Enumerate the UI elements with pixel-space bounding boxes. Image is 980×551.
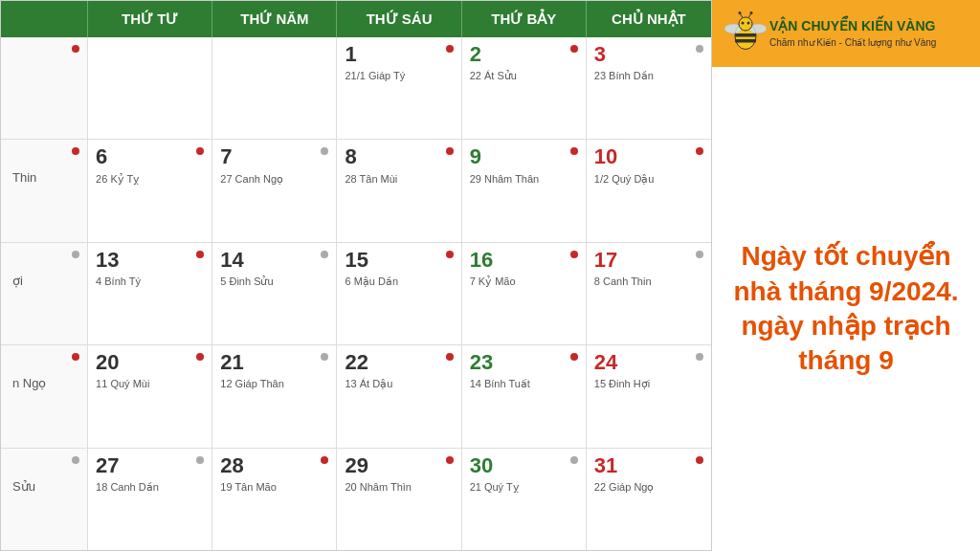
- calendar: THỨ TƯ THỨ NĂM THỨ SÁU THỨ BẢY CHỦ NHẬT …: [0, 0, 712, 551]
- dot-icon: [72, 456, 79, 464]
- cal-cell-r0-c5: 323 Bính Dần: [587, 37, 711, 139]
- cal-cell-r3-c5: 2415 Đinh Hợi: [587, 345, 711, 447]
- cal-cell-r4-c4: 3021 Quý Tỵ: [462, 449, 587, 550]
- day-number: 23: [470, 351, 578, 374]
- dot-icon: [570, 456, 578, 464]
- col-header-thu-tu: THỨ TƯ: [88, 1, 212, 37]
- day-number: 8: [345, 145, 453, 168]
- promo-section: Ngày tốt chuyển nhà tháng 9/2024. ngày n…: [712, 67, 980, 551]
- lunar-date: 23 Bính Dần: [594, 70, 703, 82]
- cal-cell-r3-c4: 2314 Bính Tuất: [462, 345, 587, 447]
- lunar-date: 4 Bính Tý: [96, 276, 204, 287]
- day-number: 20: [96, 351, 204, 374]
- svg-rect-3: [735, 39, 756, 43]
- cal-cell-r1-c0: Thin: [1, 140, 88, 241]
- cal-cell-r3-c0: n Ngọ: [1, 345, 88, 447]
- cal-cell-r1-c5: 101/2 Quý Dậu: [587, 140, 711, 241]
- dot-icon: [72, 147, 79, 155]
- cal-cell-r2-c3: 156 Mậu Dần: [337, 243, 461, 344]
- day-number: 7: [220, 145, 328, 168]
- cal-cell-r4-c0: Sửu: [1, 449, 88, 550]
- lunar-date: 15 Đinh Hợi: [594, 378, 703, 390]
- cal-cell-r1-c1: 626 Kỷ Tỵ: [88, 140, 212, 241]
- cal-cell-r3-c2: 2112 Giáp Thân: [212, 345, 337, 447]
- partial-text: Thin: [9, 165, 79, 190]
- cal-row-0: 121/1 Giáp Tý222 Át Sửu323 Bính Dần: [1, 37, 711, 140]
- day-number: 27: [96, 454, 204, 477]
- cal-cell-r1-c3: 828 Tân Mùi: [337, 140, 461, 241]
- day-number: 24: [594, 351, 703, 374]
- lunar-date: 1/2 Quý Dậu: [594, 173, 703, 186]
- dot-icon: [696, 251, 703, 258]
- day-number: 28: [220, 454, 328, 477]
- lunar-date: 18 Canh Dần: [96, 481, 204, 494]
- cal-cell-r0-c1: [88, 37, 212, 139]
- lunar-date: 26 Kỷ Tỵ: [96, 173, 204, 186]
- bee-logo-icon: [722, 10, 769, 57]
- day-number: 31: [594, 454, 703, 477]
- cal-row-4: Sửu2718 Canh Dần2819 Tân Mão2920 Nhâm Th…: [1, 449, 711, 550]
- day-number: 17: [594, 249, 703, 272]
- lunar-date: 29 Nhâm Thân: [470, 173, 578, 185]
- lunar-date: 21 Quý Tỵ: [470, 481, 578, 494]
- partial-text: ợi: [9, 268, 79, 294]
- cal-cell-r4-c2: 2819 Tân Mão: [212, 449, 337, 550]
- col-header-chu-nhat: CHỦ NHẬT: [587, 1, 711, 37]
- cal-cell-r4-c3: 2920 Nhâm Thìn: [337, 449, 461, 550]
- dot-icon: [570, 45, 578, 53]
- cal-cell-r2-c2: 145 Đinh Sửu: [212, 243, 337, 344]
- dot-icon: [196, 456, 204, 464]
- calendar-body: 121/1 Giáp Tý222 Át Sửu323 Bính DầnThin6…: [1, 37, 711, 550]
- col-header-thu-sau: THỨ SÁU: [337, 1, 461, 37]
- lunar-date: 21/1 Giáp Tý: [345, 70, 453, 81]
- lunar-date: 22 Giáp Ngọ: [594, 481, 703, 494]
- right-panel: VẬN CHUYỂN KIẾN VÀNG Chăm như Kiến - Chấ…: [712, 0, 980, 551]
- day-number: 16: [470, 249, 578, 272]
- cal-cell-r2-c5: 178 Canh Thin: [587, 243, 711, 344]
- day-number: 14: [220, 249, 328, 272]
- cal-cell-r4-c1: 2718 Canh Dần: [88, 449, 212, 550]
- svg-point-10: [739, 11, 742, 14]
- day-number: 21: [220, 351, 328, 374]
- day-number: 22: [345, 351, 453, 374]
- svg-point-7: [742, 22, 745, 25]
- day-number: 13: [96, 249, 204, 272]
- lunar-date: 22 Át Sửu: [470, 70, 578, 82]
- lunar-date: 14 Bính Tuất: [470, 378, 578, 390]
- day-number: 30: [470, 454, 578, 477]
- dot-icon: [446, 353, 454, 361]
- dot-icon: [570, 353, 578, 361]
- cal-row-3: n Ngọ2011 Quý Mùi2112 Giáp Thân2213 Át D…: [1, 345, 711, 448]
- cal-cell-r2-c4: 167 Kỷ Mão: [462, 243, 587, 344]
- cal-cell-r0-c4: 222 Át Sửu: [462, 37, 587, 139]
- cal-cell-r1-c2: 727 Canh Ngọ: [212, 140, 337, 241]
- brand-bar: VẬN CHUYỂN KIẾN VÀNG Chăm như Kiến - Chấ…: [712, 0, 980, 67]
- dot-icon: [446, 251, 454, 258]
- promo-text: Ngày tốt chuyển nhà tháng 9/2024. ngày n…: [725, 239, 967, 379]
- col-header-0: [1, 1, 88, 37]
- partial-text: n Ngọ: [9, 370, 79, 396]
- col-header-thu-bay: THỨ BẢY: [462, 1, 587, 37]
- lunar-date: 27 Canh Ngọ: [220, 173, 328, 186]
- lunar-date: 13 Át Dậu: [345, 378, 453, 390]
- cal-cell-r2-c1: 134 Bính Tý: [88, 243, 212, 344]
- dot-icon: [570, 251, 578, 258]
- day-number: 2: [470, 43, 578, 66]
- dot-icon: [446, 45, 454, 53]
- cal-cell-r0-c2: [212, 37, 337, 139]
- lunar-date: 20 Nhâm Thìn: [345, 481, 453, 493]
- day-number: 3: [594, 43, 703, 66]
- calendar-header: THỨ TƯ THỨ NĂM THỨ SÁU THỨ BẢY CHỦ NHẬT: [1, 1, 711, 37]
- svg-rect-2: [735, 33, 756, 37]
- brand-name: VẬN CHUYỂN KIẾN VÀNG: [769, 18, 936, 34]
- lunar-date: 8 Canh Thin: [594, 276, 703, 287]
- cal-cell-r4-c5: 3122 Giáp Ngọ: [587, 449, 711, 550]
- lunar-date: 11 Quý Mùi: [96, 378, 204, 389]
- dot-icon: [72, 251, 79, 258]
- partial-text: Sửu: [9, 474, 79, 499]
- cal-cell-r3-c3: 2213 Át Dậu: [337, 345, 461, 447]
- day-number: 15: [345, 249, 453, 272]
- cal-cell-r0-c0: [1, 37, 88, 139]
- brand-info: VẬN CHUYỂN KIẾN VÀNG Chăm như Kiến - Chấ…: [769, 18, 936, 49]
- cal-cell-r0-c3: 121/1 Giáp Tý: [337, 37, 461, 139]
